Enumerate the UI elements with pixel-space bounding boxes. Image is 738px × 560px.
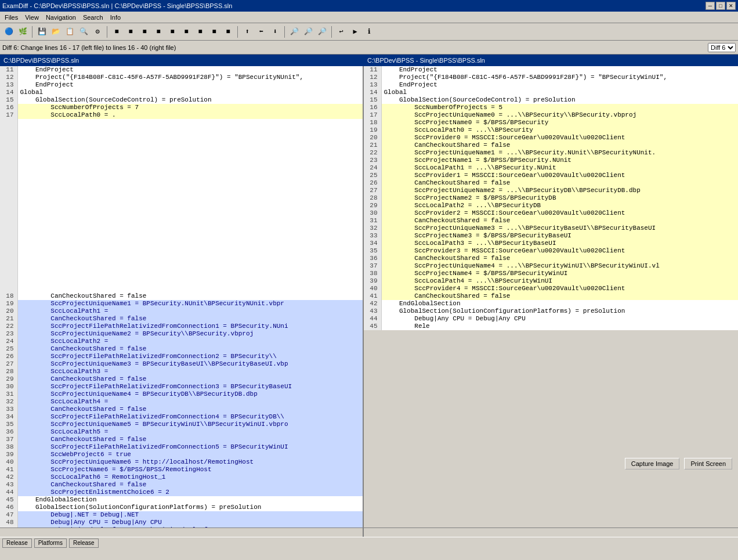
- toolbar-btn-22[interactable]: 🔎: [316, 26, 328, 38]
- left-hscrollbar[interactable]: [0, 528, 363, 537]
- line-number: 40: [364, 285, 381, 292]
- close-button[interactable]: ✕: [726, 2, 736, 10]
- line-content: SccProjectEnlistmentChoice6 = 2: [17, 489, 363, 496]
- toolbar-btn-8[interactable]: ■: [110, 26, 123, 38]
- table-row: 12 Project("{F184B08F-C81C-45F6-A57F-5AB…: [364, 74, 738, 81]
- table-row: 17 SccLocalPath0 = .: [0, 111, 363, 119]
- menu-info[interactable]: Info: [107, 13, 124, 22]
- menu-navigation[interactable]: Navigation: [42, 13, 79, 22]
- toolbar-btn-10[interactable]: ■: [138, 26, 151, 38]
- toolbar-btn-4[interactable]: 📂: [49, 26, 62, 38]
- left-file-header: C:\BPDev\BPSS\BPSS.sln: [0, 55, 364, 66]
- table-row: 39 SccWebProject6 = true: [0, 451, 363, 458]
- line-content: [17, 270, 363, 277]
- toolbar-btn-7[interactable]: ⚙: [91, 26, 104, 38]
- status-platforms: Platforms: [34, 539, 67, 548]
- table-row: 22 SccProjectFilePathRelativizedFromConn…: [0, 323, 363, 330]
- toolbar-btn-16[interactable]: ■: [222, 26, 234, 38]
- line-content: GlobalSection(SolutionConfigurationPlatf…: [17, 504, 363, 511]
- table-row: 24 SccLocalPath1 = ...\\BPSecurity.NUnit: [364, 164, 738, 172]
- line-content: SccProjectUniqueName5 = BPSecurityWinUI\…: [17, 421, 363, 428]
- line-number: [0, 270, 17, 277]
- table-row: 40 SccProjectUniqueName6 = http://localh…: [0, 458, 363, 466]
- line-content: SccLocalPath4 =: [17, 398, 363, 406]
- line-content: [17, 142, 363, 149]
- toolbar-btn-25[interactable]: ℹ: [363, 26, 375, 38]
- capture-image-button[interactable]: Capture Image: [625, 458, 680, 469]
- line-content: SccProjectName1 = $/BPSS/BPSecurity.NUni…: [381, 157, 738, 164]
- line-content: SccNumberOfProjects = 7: [17, 104, 363, 111]
- line-number: [0, 194, 17, 202]
- toolbar-btn-6[interactable]: 🔍: [77, 26, 90, 38]
- minimize-button[interactable]: ─: [706, 2, 715, 10]
- line-content: [17, 194, 363, 202]
- line-content: SccProvider4 = MSSCCI:SourceGear\u0020Va…: [381, 285, 738, 292]
- line-content: Global: [17, 89, 363, 96]
- menu-search[interactable]: Search: [79, 13, 107, 22]
- line-content: [17, 172, 363, 179]
- toolbar-sep-1: [32, 26, 32, 38]
- line-number: 35: [364, 247, 381, 255]
- toolbar-btn-15[interactable]: ■: [208, 26, 220, 38]
- toolbar-btn-5[interactable]: 📋: [63, 26, 76, 38]
- line-content: SccProjectName6 = $/BPSS/BPSS/RemotingHo…: [17, 466, 363, 474]
- toolbar-sep-5: [331, 26, 332, 38]
- toolbar-btn-20[interactable]: 🔎: [288, 26, 301, 38]
- line-content: SccLocalPath2 = ...\\BPSecurityDB: [381, 202, 738, 209]
- line-content: SccProjectUniqueName1 = ...\\BPSecurity.…: [381, 149, 738, 157]
- toolbar-btn-21[interactable]: 🔎: [302, 26, 314, 38]
- toolbar-btn-3[interactable]: 💾: [35, 26, 48, 38]
- table-row: 36 CanCheckoutShared = false: [364, 255, 738, 262]
- toolbar-btn-14[interactable]: ■: [194, 26, 207, 38]
- right-code-scroll[interactable]: 11 EndProject12 Project("{F184B08F-C81C-…: [364, 66, 738, 528]
- line-number: 34: [364, 240, 381, 247]
- toolbar-btn-23[interactable]: ↩: [335, 26, 348, 38]
- line-content: [17, 277, 363, 285]
- line-number: 26: [364, 179, 381, 187]
- table-row: 25 CanCheckoutShared = false: [0, 345, 363, 353]
- toolbar-btn-12[interactable]: ■: [166, 26, 179, 38]
- toolbar-btn-19[interactable]: ⬇: [269, 26, 281, 38]
- table-row: 39 SccLocalPath4 = ...\\BPSecurityWinUI: [364, 277, 738, 285]
- toolbar-btn-11[interactable]: ■: [152, 26, 165, 38]
- line-number: 39: [0, 451, 17, 458]
- line-content: GlobalSection(SolutionConfigurationPlatf…: [381, 308, 738, 315]
- line-content: SccProjectUniqueName3 = BPSecurityBaseUI…: [17, 360, 363, 368]
- line-content: SccLocalPath2 =: [17, 338, 363, 345]
- table-row: 48 Debug|Any CPU = Debug|Any CPU: [0, 519, 363, 526]
- line-content: SccProjectFilePathRelativizedFromConnect…: [17, 443, 363, 451]
- table-row: 37 SccProjectUniqueName4 = ...\\BPSecuri…: [364, 262, 738, 270]
- line-content: SccLocalPath0 = ...\\BPSecurity: [381, 127, 738, 134]
- line-number: 16: [364, 104, 381, 111]
- diff-selector[interactable]: Diff 6: [708, 43, 736, 52]
- line-number: [0, 277, 17, 285]
- titlebar-title: ExamDiff - C:\BPDev\BPSS\BPSS.sln | C:\B…: [2, 2, 232, 9]
- line-number: 17: [364, 111, 381, 119]
- main-content: 11 EndProject12 Project("{F184B08F-C81C-…: [0, 66, 738, 537]
- table-row: [0, 164, 363, 172]
- right-hscrollbar[interactable]: [364, 528, 738, 537]
- line-content: [17, 134, 363, 142]
- left-code-scroll[interactable]: 11 EndProject12 Project("{F184B08F-C81C-…: [0, 66, 363, 528]
- print-screen-button[interactable]: Print Screen: [684, 458, 732, 469]
- toolbar-btn-13[interactable]: ■: [180, 26, 193, 38]
- toolbar-btn-1[interactable]: 🔵: [2, 26, 15, 38]
- toolbar-btn-9[interactable]: ■: [124, 26, 137, 38]
- line-content: SccProjectFilePathRelativizedFromConnect…: [17, 323, 363, 330]
- toolbar-btn-2[interactable]: 🌿: [16, 26, 29, 38]
- table-row: 15 GlobalSection(SourceCodeControl) = pr…: [0, 96, 363, 104]
- maximize-button[interactable]: □: [716, 2, 725, 10]
- line-number: 48: [0, 519, 17, 526]
- table-row: 12 Project("{F184B08F-C81C-45F6-A57F-5AB…: [0, 74, 363, 81]
- line-content: SccLocalPath3 =: [17, 368, 363, 375]
- toolbar-btn-17[interactable]: ⬆: [241, 26, 254, 38]
- diff-info-text: Diff 6: Change lines 16 - 17 (left file)…: [2, 44, 176, 51]
- line-number: 23: [0, 330, 17, 338]
- line-content: SccProjectName3 = $/BPSS/BPSecurityBaseU…: [381, 232, 738, 240]
- toolbar-btn-18[interactable]: ⬅: [255, 26, 267, 38]
- menu-view[interactable]: View: [21, 13, 42, 22]
- table-row: [0, 187, 363, 194]
- menu-files[interactable]: Files: [1, 13, 21, 22]
- toolbar-btn-24[interactable]: ▶: [349, 26, 361, 38]
- line-content: [17, 217, 363, 225]
